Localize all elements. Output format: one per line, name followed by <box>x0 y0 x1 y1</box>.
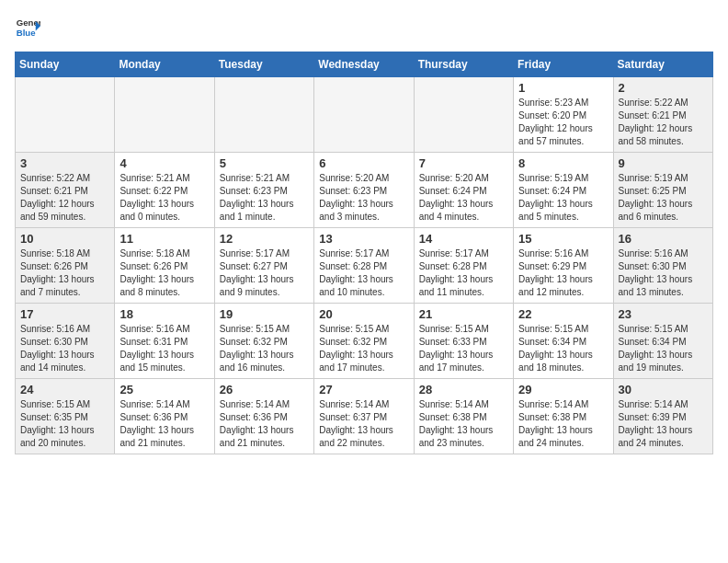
day-info: Sunrise: 5:16 AM Sunset: 6:30 PM Dayligh… <box>619 247 708 299</box>
calendar-cell: 30Sunrise: 5:14 AM Sunset: 6:39 PM Dayli… <box>613 379 712 454</box>
day-info: Sunrise: 5:14 AM Sunset: 6:36 PM Dayligh… <box>119 398 209 450</box>
day-number: 3 <box>20 156 109 170</box>
day-number: 23 <box>619 307 708 321</box>
day-info: Sunrise: 5:14 AM Sunset: 6:39 PM Dayligh… <box>619 398 708 450</box>
day-info: Sunrise: 5:19 AM Sunset: 6:24 PM Dayligh… <box>518 172 608 224</box>
calendar-cell: 23Sunrise: 5:15 AM Sunset: 6:34 PM Dayli… <box>613 304 712 379</box>
calendar-cell: 5Sunrise: 5:21 AM Sunset: 6:23 PM Daylig… <box>214 153 313 228</box>
weekday-row: SundayMondayTuesdayWednesdayThursdayFrid… <box>16 52 713 77</box>
day-number: 7 <box>419 156 508 170</box>
calendar-header: SundayMondayTuesdayWednesdayThursdayFrid… <box>16 52 713 77</box>
calendar-cell: 18Sunrise: 5:16 AM Sunset: 6:31 PM Dayli… <box>115 304 214 379</box>
day-number: 30 <box>619 383 708 396</box>
day-number: 11 <box>119 232 209 246</box>
calendar-cell <box>16 77 115 153</box>
day-number: 24 <box>20 383 109 396</box>
calendar-cell: 10Sunrise: 5:18 AM Sunset: 6:26 PM Dayli… <box>16 228 115 304</box>
svg-text:Blue: Blue <box>17 28 36 38</box>
day-number: 28 <box>419 383 508 396</box>
week-row-0: 1Sunrise: 5:23 AM Sunset: 6:20 PM Daylig… <box>16 77 713 153</box>
calendar-cell: 4Sunrise: 5:21 AM Sunset: 6:22 PM Daylig… <box>115 153 214 228</box>
logo: General Blue <box>15 15 40 40</box>
day-number: 29 <box>518 383 608 396</box>
calendar-cell: 24Sunrise: 5:15 AM Sunset: 6:35 PM Dayli… <box>16 379 115 454</box>
calendar-cell: 26Sunrise: 5:14 AM Sunset: 6:36 PM Dayli… <box>214 379 313 454</box>
day-info: Sunrise: 5:17 AM Sunset: 6:27 PM Dayligh… <box>220 247 309 299</box>
day-info: Sunrise: 5:16 AM Sunset: 6:30 PM Dayligh… <box>20 323 109 374</box>
day-info: Sunrise: 5:14 AM Sunset: 6:37 PM Dayligh… <box>319 398 408 450</box>
day-info: Sunrise: 5:21 AM Sunset: 6:22 PM Dayligh… <box>119 172 209 224</box>
calendar-table: SundayMondayTuesdayWednesdayThursdayFrid… <box>15 52 713 454</box>
week-row-2: 10Sunrise: 5:18 AM Sunset: 6:26 PM Dayli… <box>16 228 713 304</box>
day-info: Sunrise: 5:16 AM Sunset: 6:31 PM Dayligh… <box>119 323 209 374</box>
day-number: 8 <box>518 156 608 170</box>
day-info: Sunrise: 5:14 AM Sunset: 6:38 PM Dayligh… <box>419 398 508 450</box>
calendar-cell: 9Sunrise: 5:19 AM Sunset: 6:25 PM Daylig… <box>613 153 712 228</box>
day-number: 15 <box>518 232 608 246</box>
day-number: 19 <box>220 307 309 321</box>
calendar-cell: 12Sunrise: 5:17 AM Sunset: 6:27 PM Dayli… <box>214 228 313 304</box>
week-row-4: 24Sunrise: 5:15 AM Sunset: 6:35 PM Dayli… <box>16 379 713 454</box>
calendar-cell: 22Sunrise: 5:15 AM Sunset: 6:34 PM Dayli… <box>514 304 613 379</box>
weekday-header-thursday: Thursday <box>414 52 513 77</box>
day-info: Sunrise: 5:15 AM Sunset: 6:32 PM Dayligh… <box>319 323 408 374</box>
weekday-header-friday: Friday <box>514 52 613 77</box>
day-info: Sunrise: 5:21 AM Sunset: 6:23 PM Dayligh… <box>220 172 309 224</box>
calendar-cell: 8Sunrise: 5:19 AM Sunset: 6:24 PM Daylig… <box>514 153 613 228</box>
calendar-cell: 14Sunrise: 5:17 AM Sunset: 6:28 PM Dayli… <box>414 228 513 304</box>
day-info: Sunrise: 5:16 AM Sunset: 6:29 PM Dayligh… <box>518 247 608 299</box>
day-number: 5 <box>220 156 309 170</box>
calendar-cell: 2Sunrise: 5:22 AM Sunset: 6:21 PM Daylig… <box>613 77 712 153</box>
day-info: Sunrise: 5:15 AM Sunset: 6:35 PM Dayligh… <box>20 398 109 450</box>
calendar-cell: 20Sunrise: 5:15 AM Sunset: 6:32 PM Dayli… <box>314 304 414 379</box>
calendar-cell: 11Sunrise: 5:18 AM Sunset: 6:26 PM Dayli… <box>115 228 214 304</box>
day-number: 6 <box>319 156 408 170</box>
weekday-header-tuesday: Tuesday <box>214 52 313 77</box>
weekday-header-monday: Monday <box>115 52 214 77</box>
calendar-body: 1Sunrise: 5:23 AM Sunset: 6:20 PM Daylig… <box>16 77 713 454</box>
day-number: 21 <box>419 307 508 321</box>
calendar-cell <box>314 77 414 153</box>
day-info: Sunrise: 5:18 AM Sunset: 6:26 PM Dayligh… <box>119 247 209 299</box>
weekday-header-wednesday: Wednesday <box>314 52 414 77</box>
weekday-header-sunday: Sunday <box>16 52 115 77</box>
day-number: 18 <box>119 307 209 321</box>
week-row-3: 17Sunrise: 5:16 AM Sunset: 6:30 PM Dayli… <box>16 304 713 379</box>
day-number: 1 <box>518 81 608 95</box>
day-info: Sunrise: 5:23 AM Sunset: 6:20 PM Dayligh… <box>518 97 608 148</box>
day-number: 13 <box>319 232 408 246</box>
calendar-cell: 16Sunrise: 5:16 AM Sunset: 6:30 PM Dayli… <box>613 228 712 304</box>
day-number: 10 <box>20 232 109 246</box>
calendar-cell: 19Sunrise: 5:15 AM Sunset: 6:32 PM Dayli… <box>214 304 313 379</box>
day-info: Sunrise: 5:20 AM Sunset: 6:23 PM Dayligh… <box>319 172 408 224</box>
day-number: 2 <box>619 81 708 95</box>
day-number: 25 <box>119 383 209 396</box>
day-number: 22 <box>518 307 608 321</box>
calendar-cell: 17Sunrise: 5:16 AM Sunset: 6:30 PM Dayli… <box>16 304 115 379</box>
logo-icon: General Blue <box>15 15 40 40</box>
day-info: Sunrise: 5:15 AM Sunset: 6:34 PM Dayligh… <box>518 323 608 374</box>
calendar-cell: 7Sunrise: 5:20 AM Sunset: 6:24 PM Daylig… <box>414 153 513 228</box>
day-info: Sunrise: 5:18 AM Sunset: 6:26 PM Dayligh… <box>20 247 109 299</box>
day-info: Sunrise: 5:14 AM Sunset: 6:36 PM Dayligh… <box>220 398 309 450</box>
day-number: 26 <box>220 383 309 396</box>
day-number: 9 <box>619 156 708 170</box>
day-info: Sunrise: 5:15 AM Sunset: 6:33 PM Dayligh… <box>419 323 508 374</box>
calendar-cell: 13Sunrise: 5:17 AM Sunset: 6:28 PM Dayli… <box>314 228 414 304</box>
day-info: Sunrise: 5:15 AM Sunset: 6:32 PM Dayligh… <box>220 323 309 374</box>
day-number: 17 <box>20 307 109 321</box>
calendar-cell: 15Sunrise: 5:16 AM Sunset: 6:29 PM Dayli… <box>514 228 613 304</box>
day-info: Sunrise: 5:22 AM Sunset: 6:21 PM Dayligh… <box>20 172 109 224</box>
day-number: 12 <box>220 232 309 246</box>
calendar-cell: 1Sunrise: 5:23 AM Sunset: 6:20 PM Daylig… <box>514 77 613 153</box>
day-info: Sunrise: 5:15 AM Sunset: 6:34 PM Dayligh… <box>619 323 708 374</box>
calendar-cell: 28Sunrise: 5:14 AM Sunset: 6:38 PM Dayli… <box>414 379 513 454</box>
day-info: Sunrise: 5:17 AM Sunset: 6:28 PM Dayligh… <box>319 247 408 299</box>
calendar-cell: 3Sunrise: 5:22 AM Sunset: 6:21 PM Daylig… <box>16 153 115 228</box>
calendar-cell: 29Sunrise: 5:14 AM Sunset: 6:38 PM Dayli… <box>514 379 613 454</box>
calendar-cell: 6Sunrise: 5:20 AM Sunset: 6:23 PM Daylig… <box>314 153 414 228</box>
weekday-header-saturday: Saturday <box>613 52 712 77</box>
day-info: Sunrise: 5:14 AM Sunset: 6:38 PM Dayligh… <box>518 398 608 450</box>
day-info: Sunrise: 5:20 AM Sunset: 6:24 PM Dayligh… <box>419 172 508 224</box>
calendar-cell: 25Sunrise: 5:14 AM Sunset: 6:36 PM Dayli… <box>115 379 214 454</box>
